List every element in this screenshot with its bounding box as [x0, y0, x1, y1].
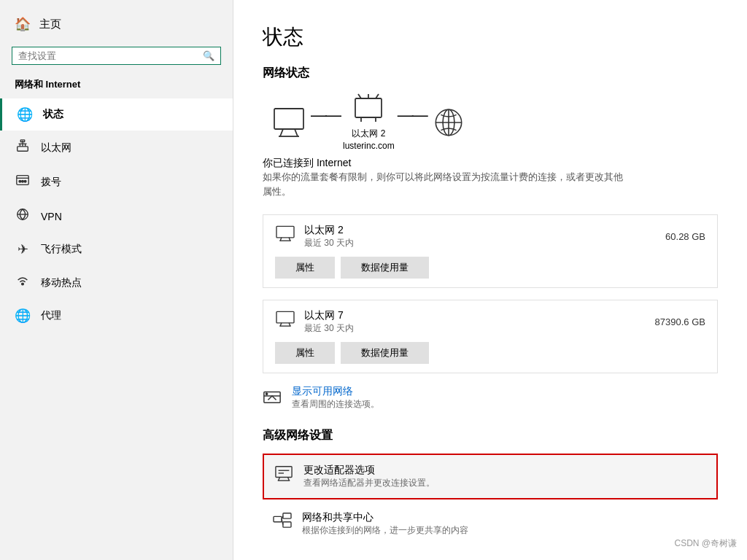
dialup-icon	[15, 173, 31, 191]
sidebar-item-label-proxy: 代理	[41, 309, 61, 322]
network-status-title: 网络状态	[263, 66, 718, 81]
adapter-options-icon	[274, 464, 293, 483]
internet-icon	[430, 106, 468, 139]
connector-line-1: ——	[311, 106, 340, 139]
show-networks-subtitle: 查看周围的连接选项。	[292, 398, 379, 411]
sidebar-item-label-ethernet: 以太网	[41, 141, 71, 155]
sidebar-item-ethernet[interactable]: 以太网	[0, 131, 233, 165]
sidebar-item-proxy[interactable]: 🌐 代理	[0, 300, 233, 332]
svg-line-42	[288, 478, 290, 481]
main-content: 状态 网络状态 —— 以太网 2 lusterinc.com	[233, 0, 747, 560]
svg-line-17	[295, 129, 298, 136]
adapter-icon-1	[275, 309, 295, 329]
sidebar-home-button[interactable]: 🏠 主页	[0, 7, 233, 41]
adapter-icon-0	[275, 224, 295, 244]
sidebar-home-label: 主页	[39, 18, 61, 31]
svg-point-14	[22, 283, 24, 285]
svg-point-11	[24, 180, 26, 182]
svg-line-41	[279, 478, 280, 481]
advanced-item-adapter-subtitle: 查看网络适配器并更改连接设置。	[303, 477, 435, 489]
sidebar: 🏠 主页 🔍 网络和 Internet 🌐 状态 以太网	[0, 0, 233, 560]
svg-line-16	[280, 129, 283, 136]
adapter-usage-0: 60.28 GB	[665, 231, 705, 242]
sidebar-item-airplane[interactable]: ✈ 飞行模式	[0, 233, 233, 265]
sidebar-item-dialup[interactable]: 拨号	[0, 165, 233, 199]
connected-title: 你已连接到 Internet	[263, 157, 718, 170]
svg-rect-19	[355, 98, 382, 117]
proxy-icon: 🌐	[15, 308, 31, 324]
svg-rect-46	[274, 517, 282, 522]
search-icon: 🔍	[203, 50, 214, 61]
svg-rect-33	[276, 312, 294, 323]
show-networks-title: 显示可用网络	[292, 385, 379, 398]
adapter-name-0: 以太网 2	[304, 224, 657, 237]
ethernet-icon	[15, 139, 31, 157]
sidebar-item-label-status: 状态	[43, 108, 63, 121]
svg-rect-47	[283, 513, 291, 518]
adapter-properties-btn-0[interactable]: 属性	[275, 257, 335, 279]
svg-point-10	[22, 180, 24, 182]
svg-point-9	[19, 180, 21, 182]
adapter-properties-btn-1[interactable]: 属性	[275, 342, 335, 364]
adapter-usage-btn-1[interactable]: 数据使用量	[341, 342, 429, 364]
router-icon-diagram: 以太网 2 lusterinc.com	[343, 93, 395, 152]
adapter-usage-1: 87390.6 GB	[655, 316, 705, 327]
home-icon: 🏠	[15, 16, 31, 32]
sidebar-item-label-vpn: VPN	[41, 211, 62, 222]
svg-rect-15	[274, 109, 303, 129]
svg-rect-40	[276, 467, 292, 478]
advanced-item-sharing-title: 网络和共享中心	[302, 511, 468, 524]
adapter-usage-btn-0[interactable]: 数据使用量	[341, 257, 429, 279]
svg-point-39	[266, 393, 267, 394]
adapter-card-1: 以太网 7 最近 30 天内 87390.6 GB 属性 数据使用量	[263, 300, 718, 373]
sidebar-item-label-airplane: 飞行模式	[41, 243, 82, 256]
sharing-center-icon	[273, 511, 292, 531]
search-box[interactable]: 🔍	[12, 47, 221, 65]
svg-rect-0	[18, 147, 28, 151]
show-networks-icon	[263, 386, 282, 408]
sidebar-item-label-hotspot: 移动热点	[41, 276, 82, 289]
svg-rect-29	[276, 227, 294, 238]
computer-icon	[270, 106, 308, 139]
show-networks-item[interactable]: 显示可用网络 查看周围的连接选项。	[263, 385, 718, 411]
airplane-icon: ✈	[15, 241, 31, 257]
sidebar-section-label: 网络和 Internet	[0, 74, 233, 98]
vpn-icon	[15, 207, 31, 225]
svg-rect-48	[283, 522, 291, 527]
sidebar-item-status[interactable]: 🌐 状态	[0, 98, 233, 131]
page-title: 状态	[263, 23, 718, 51]
adapter-period-1: 最近 30 天内	[304, 322, 646, 335]
advanced-item-sharing-subtitle: 根据你连接到的网络，进一步更共享的内容	[302, 524, 468, 537]
advanced-item-adapter-title: 更改适配器选项	[303, 464, 435, 477]
sidebar-item-vpn[interactable]: VPN	[0, 199, 233, 233]
advanced-item-sharing-center[interactable]: 网络和共享中心 根据你连接到的网络，进一步更共享的内容	[263, 502, 718, 545]
connected-sub: 如果你的流量套餐有限制，则你可以将此网络设置为按流量计费的连接，或者更改其他属性…	[263, 170, 627, 201]
advanced-title: 高级网络设置	[263, 428, 718, 443]
adapter-name-1: 以太网 7	[304, 309, 646, 322]
sidebar-item-label-dialup: 拨号	[41, 176, 61, 189]
adapter-period-0: 最近 30 天内	[304, 237, 657, 249]
eth-label: 以太网 2 lusterinc.com	[343, 128, 395, 152]
advanced-item-adapter-options[interactable]: 更改适配器选项 查看网络适配器并更改连接设置。	[263, 454, 718, 499]
search-input[interactable]	[18, 50, 203, 61]
network-diagram: —— 以太网 2 lusterinc.com ——	[270, 93, 718, 152]
svg-line-50	[282, 519, 283, 524]
status-icon: 🌐	[17, 106, 33, 122]
hotspot-icon	[15, 273, 31, 292]
sidebar-item-hotspot[interactable]: 移动热点	[0, 265, 233, 300]
watermark: CSDN @奇树谦	[674, 537, 737, 550]
adapter-card-0: 以太网 2 最近 30 天内 60.28 GB 属性 数据使用量	[263, 214, 718, 288]
connector-line-2: ——	[398, 106, 427, 139]
